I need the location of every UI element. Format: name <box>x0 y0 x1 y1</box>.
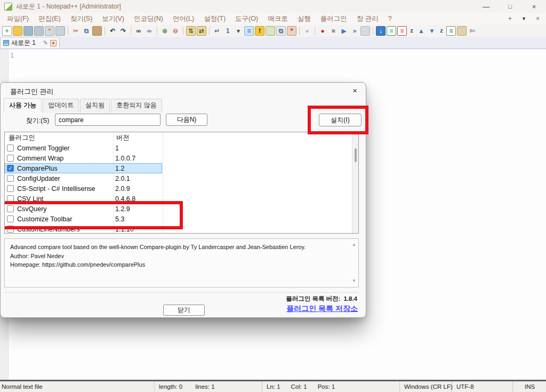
zoom-out-icon[interactable]: ⊖ <box>171 26 180 36</box>
function-list-icon[interactable]: f <box>255 26 264 36</box>
dialog-tab[interactable]: 호환되지 않음 <box>111 99 162 113</box>
compare-options-icon[interactable] <box>457 26 467 36</box>
zoom-in-icon[interactable]: ⊕ <box>160 26 170 36</box>
next-button[interactable]: 다음N) <box>166 114 207 126</box>
print-icon[interactable] <box>55 26 65 36</box>
maximize-button[interactable]: □ <box>498 0 522 13</box>
macro-play-icon[interactable]: ▶ <box>339 26 349 36</box>
plugin-repo-link[interactable]: 플러그인 목록 저장소 <box>286 304 358 314</box>
menu-item[interactable]: 파일(F) <box>2 13 34 25</box>
save-icon[interactable] <box>23 26 33 36</box>
sync-horizontal-icon[interactable]: ⇄ <box>197 26 206 36</box>
list-scrollbar[interactable] <box>352 132 358 233</box>
dropdown-arrow-icon[interactable]: ▾ <box>234 26 243 36</box>
word-wrap-icon[interactable]: ↵ <box>212 26 222 36</box>
menu-item[interactable]: 실행 <box>293 13 316 25</box>
open-folder-icon[interactable] <box>13 26 22 36</box>
show-all-chars-icon[interactable]: 1 <box>223 26 232 36</box>
status-encoding[interactable]: UTF-8 <box>456 383 474 390</box>
macro-record-icon[interactable]: ● <box>318 26 327 36</box>
close-button[interactable]: × <box>522 0 546 13</box>
redo-icon[interactable]: ↷ <box>118 26 128 36</box>
dialog-tab[interactable]: 사용 가능 <box>4 98 42 112</box>
folder-workspace-icon[interactable]: * <box>287 26 296 36</box>
menu-item[interactable]: 창 관리 <box>352 13 383 25</box>
plugin-checkbox[interactable] <box>7 145 14 151</box>
tab-close-icon[interactable]: × <box>50 40 57 46</box>
minimize-button[interactable]: — <box>474 0 498 13</box>
annotation-rect-install <box>308 106 368 134</box>
plugin-checkbox[interactable] <box>7 155 14 162</box>
find-icon[interactable]: ∞ <box>134 26 143 36</box>
new-file-icon[interactable]: + <box>2 26 12 36</box>
menu-item[interactable]: 플러그인 <box>316 13 352 25</box>
search-input[interactable] <box>55 114 160 126</box>
menu-item[interactable]: 언어(L) <box>168 13 199 25</box>
compare-settings-icon[interactable]: ✄ <box>468 26 477 36</box>
sync-vertical-icon[interactable]: ⇅ <box>186 26 196 36</box>
macro-stop-icon[interactable]: ■ <box>328 26 338 36</box>
pin-icon[interactable]: ✎ <box>43 39 48 46</box>
menu-item[interactable]: 보기(V) <box>97 13 129 25</box>
plugin-row[interactable]: ConfigUpdater 2.0.1 <box>5 173 162 183</box>
menu-item[interactable]: 인코딩(N) <box>129 13 168 25</box>
description-line: Homepage: https://github.com/pnedev/comp… <box>10 260 349 269</box>
plugin-checkbox[interactable] <box>7 175 14 182</box>
plugin-version: 2.0.1 <box>115 175 161 182</box>
menu-dropdown-icon[interactable]: ▼ <box>521 16 526 21</box>
cut-icon[interactable]: ✂ <box>71 26 81 36</box>
menu-item[interactable]: 찾기(S) <box>66 13 98 25</box>
plugin-checkbox[interactable] <box>7 165 14 172</box>
description-line: Author: Pavel Nedev <box>10 252 349 261</box>
column-header-plugin[interactable]: 플러그인 <box>5 133 113 142</box>
next-difference-icon[interactable]: ▼ <box>427 26 437 36</box>
document-list-icon[interactable]: ⧉ <box>276 26 286 36</box>
dialog-close-icon[interactable]: × <box>352 86 357 95</box>
find-in-files-icon[interactable]: ∞ <box>144 26 154 36</box>
compare-table-add-icon[interactable]: ≡ <box>387 26 396 36</box>
menu-item[interactable]: 매크로 <box>263 13 293 25</box>
macro-save-icon[interactable] <box>360 26 370 36</box>
plugin-name: CS-Script - C# Intellisense <box>17 185 112 193</box>
list-scrollbar-thumb[interactable] <box>355 148 357 162</box>
menu-item[interactable]: 설정(T) <box>199 13 230 25</box>
indent-guide-icon[interactable]: ≡ <box>244 26 254 36</box>
plugin-row[interactable]: Comment Toggler 1 <box>5 143 162 153</box>
save-copy-icon[interactable]: * <box>45 26 54 36</box>
scroll-up-icon[interactable]: ▲ <box>352 242 356 248</box>
editor-area[interactable]: 1 플러그인 관리 × 사용 가능업데이트설치됨호환되지 않음 찾기:(S) 다… <box>0 49 546 380</box>
last-difference-icon[interactable]: z <box>438 27 445 35</box>
line-number: 1 <box>10 52 14 59</box>
menu-close-icon[interactable]: × <box>536 15 540 22</box>
status-typing-mode[interactable]: INS <box>525 383 535 390</box>
tab-new-1[interactable]: 새로운 1 ✎ × <box>0 37 60 49</box>
compare-doc-icon[interactable]: ↓ <box>376 26 386 36</box>
menu-item[interactable]: 도구(O) <box>230 13 263 25</box>
scroll-down-icon[interactable]: ▼ <box>352 278 356 284</box>
column-header-version[interactable]: 버전 <box>113 133 130 142</box>
plugin-row[interactable]: ComparePlus 1.2 <box>5 163 162 173</box>
toolbar: +*✂⧉↶↷∞∞⊕⊖⇅⇄↵1▾≡f⧉*●●■▶»↓≡≡z▲▼z≡✄ <box>0 25 546 37</box>
previous-difference-icon[interactable]: ▲ <box>416 26 426 36</box>
plugin-checkbox[interactable] <box>7 185 14 192</box>
monitoring-icon[interactable]: ● <box>302 26 312 36</box>
dialog-tab[interactable]: 업데이트 <box>43 99 79 113</box>
first-difference-icon[interactable]: z <box>408 27 415 35</box>
menu-item[interactable]: ? <box>383 14 397 23</box>
menu-item[interactable]: 편집(E) <box>34 13 66 25</box>
undo-icon[interactable]: ↶ <box>108 26 117 36</box>
compare-table-remove-icon[interactable]: ≡ <box>397 26 407 36</box>
status-eol[interactable]: Windows (CR LF) <box>404 383 453 390</box>
plugin-row[interactable]: Comment Wrap 1.0.0.7 <box>5 153 162 163</box>
macro-run-multiple-icon[interactable]: » <box>350 26 359 36</box>
dialog-close-button[interactable]: 닫기 <box>163 305 205 316</box>
compare-nav-bar-icon[interactable]: ≡ <box>446 26 456 36</box>
copy-icon[interactable]: ⧉ <box>82 26 91 36</box>
paste-icon[interactable] <box>92 26 102 36</box>
document-map-icon[interactable] <box>266 26 275 36</box>
menu-add-icon[interactable]: + <box>508 15 512 22</box>
save-all-icon[interactable] <box>34 26 44 36</box>
plugin-row[interactable]: CS-Script - C# Intellisense 2.0.9 <box>5 183 162 194</box>
plugin-version: 2.0.9 <box>115 185 161 193</box>
dialog-tab[interactable]: 설치됨 <box>80 99 110 113</box>
